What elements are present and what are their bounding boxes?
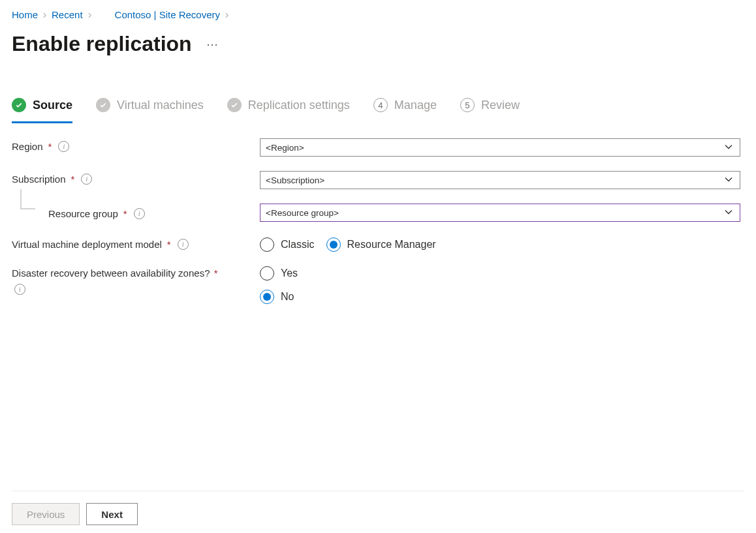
dr-zones-no[interactable]: No [260, 290, 743, 304]
page-title: Enable replication [12, 32, 192, 56]
resource-group-value: <Resource group> [266, 208, 339, 218]
wizard-footer: Previous Next [12, 491, 744, 533]
check-circle-icon [96, 98, 110, 112]
step-label: Source [33, 99, 72, 112]
breadcrumb-recent[interactable]: Recent [52, 9, 83, 20]
subscription-label-row: Subscription * i [12, 171, 260, 185]
info-icon[interactable]: i [14, 284, 25, 295]
chevron-right-icon [87, 9, 93, 20]
more-menu-button[interactable]: ⋯ [206, 37, 219, 52]
required-asterisk: * [167, 239, 171, 250]
deploy-model-label-row: Virtual machine deployment model * i [12, 236, 260, 250]
chevron-down-icon [724, 143, 733, 153]
breadcrumb-home[interactable]: Home [12, 9, 38, 20]
deploy-model-resource-manager[interactable]: Resource Manager [326, 237, 436, 252]
resource-group-label: Resource group [48, 208, 118, 219]
region-label: Region [12, 141, 43, 152]
dr-zones-label-row: Disaster recovery between availability z… [12, 266, 221, 296]
required-asterisk: * [123, 208, 127, 219]
required-asterisk: * [71, 174, 75, 185]
check-circle-icon [12, 98, 26, 112]
radio-icon [260, 237, 274, 252]
step-label: Virtual machines [117, 99, 204, 112]
info-icon[interactable]: i [178, 239, 189, 250]
region-label-row: Region * i [12, 138, 260, 152]
dr-zones-label: Disaster recovery between availability z… [12, 267, 210, 279]
breadcrumb-vault[interactable]: Contoso | Site Recovery [115, 9, 220, 20]
chevron-down-icon [724, 208, 733, 218]
radio-label: No [281, 291, 294, 303]
source-form: Region * i <Region> Subscription * i <Su… [12, 138, 744, 304]
info-icon[interactable]: i [81, 174, 92, 185]
deploy-model-classic[interactable]: Classic [260, 237, 315, 252]
resource-group-dropdown[interactable]: <Resource group> [260, 204, 740, 222]
step-number-icon: 5 [460, 98, 475, 112]
info-icon[interactable]: i [58, 141, 69, 152]
check-circle-icon [227, 98, 242, 112]
indent-connector-icon [12, 201, 35, 218]
radio-icon [326, 237, 341, 252]
subscription-dropdown[interactable]: <Subscription> [260, 171, 740, 189]
dr-zones-yes[interactable]: Yes [260, 266, 743, 281]
step-source[interactable]: Source [12, 98, 72, 123]
breadcrumb: Home Recent Contoso | Site Recovery [12, 9, 744, 20]
wizard-steps: Source Virtual machines Replication sett… [12, 98, 744, 121]
region-value: <Region> [266, 143, 304, 153]
region-dropdown[interactable]: <Region> [260, 138, 740, 157]
chevron-right-icon [224, 9, 230, 20]
chevron-down-icon [724, 175, 733, 185]
dr-zones-radio-group: Yes No [260, 266, 743, 304]
step-label: Review [481, 99, 520, 112]
subscription-label: Subscription [12, 174, 66, 185]
info-icon[interactable]: i [134, 208, 145, 219]
step-replication-settings[interactable]: Replication settings [227, 98, 350, 121]
required-asterisk: * [48, 141, 52, 152]
radio-icon [260, 290, 274, 304]
chevron-right-icon [42, 9, 48, 20]
radio-label: Resource Manager [347, 239, 436, 251]
deploy-model-label: Virtual machine deployment model [12, 239, 162, 250]
previous-button[interactable]: Previous [12, 503, 80, 525]
step-virtual-machines[interactable]: Virtual machines [96, 98, 204, 121]
required-asterisk: * [214, 267, 218, 279]
next-button[interactable]: Next [86, 503, 138, 525]
step-label: Replication settings [248, 99, 350, 112]
radio-icon [260, 266, 274, 281]
radio-label: Classic [281, 239, 315, 251]
step-label: Manage [394, 99, 437, 112]
step-manage[interactable]: 4 Manage [373, 98, 437, 121]
resource-group-label-row: Resource group * i [12, 204, 260, 222]
deploy-model-radio-group: Classic Resource Manager [260, 236, 743, 252]
step-review[interactable]: 5 Review [460, 98, 520, 121]
subscription-value: <Subscription> [266, 175, 324, 185]
step-number-icon: 4 [373, 98, 388, 112]
radio-label: Yes [281, 267, 298, 279]
